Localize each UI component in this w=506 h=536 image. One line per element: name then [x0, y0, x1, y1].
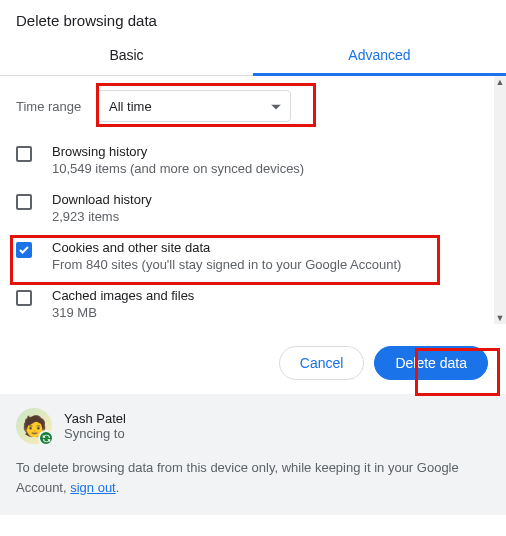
cancel-button[interactable]: Cancel [279, 346, 365, 380]
account-message: To delete browsing data from this device… [16, 458, 490, 497]
tabs: Basic Advanced [0, 37, 506, 76]
account-msg-post: . [116, 480, 120, 495]
checkbox-cached[interactable] [16, 290, 32, 306]
item-title: Download history [52, 192, 490, 207]
time-range-select-wrap: All time [96, 90, 291, 122]
account-panel: 🧑 Yash Patel Syncing to To delete browsi… [0, 394, 506, 515]
account-row: 🧑 Yash Patel Syncing to [16, 408, 490, 444]
options-list: Browsing history 10,549 items (and more … [16, 136, 490, 334]
avatar-wrap: 🧑 [16, 408, 52, 444]
item-title: Browsing history [52, 144, 490, 159]
time-range-value: All time [109, 99, 152, 114]
sign-out-link[interactable]: sign out [70, 480, 116, 495]
checkbox-browsing-history[interactable] [16, 146, 32, 162]
time-range-select[interactable]: All time [96, 90, 291, 122]
time-range-row: Time range All time [16, 76, 490, 136]
dialog-title: Delete browsing data [0, 0, 506, 37]
sync-badge-icon [38, 430, 54, 446]
list-item: Download history 2,923 items [16, 184, 490, 232]
footer: Cancel Delete data [0, 334, 506, 394]
scrollbar[interactable]: ▲ ▼ [494, 76, 506, 324]
content-area: Time range All time Browsing history 10,… [0, 76, 506, 334]
list-item: Cached images and files 319 MB [16, 280, 490, 328]
account-sync: Syncing to [64, 426, 126, 441]
checkbox-download-history[interactable] [16, 194, 32, 210]
item-sub: 319 MB [52, 305, 490, 320]
tab-advanced[interactable]: Advanced [253, 37, 506, 75]
delete-data-button[interactable]: Delete data [374, 346, 488, 380]
item-sub: From 840 sites (you'll stay signed in to… [52, 257, 490, 272]
item-sub: 2,923 items [52, 209, 490, 224]
scroll-down-icon[interactable]: ▼ [494, 312, 506, 324]
list-item: Cookies and other site data From 840 sit… [16, 232, 490, 280]
time-range-label: Time range [16, 99, 96, 114]
account-name: Yash Patel [64, 411, 126, 426]
item-sub: 10,549 items (and more on synced devices… [52, 161, 490, 176]
item-title: Cached images and files [52, 288, 490, 303]
item-title: Cookies and other site data [52, 240, 490, 255]
tab-basic[interactable]: Basic [0, 37, 253, 75]
list-item: Browsing history 10,549 items (and more … [16, 136, 490, 184]
scroll-up-icon[interactable]: ▲ [494, 76, 506, 88]
checkbox-cookies[interactable] [16, 242, 32, 258]
